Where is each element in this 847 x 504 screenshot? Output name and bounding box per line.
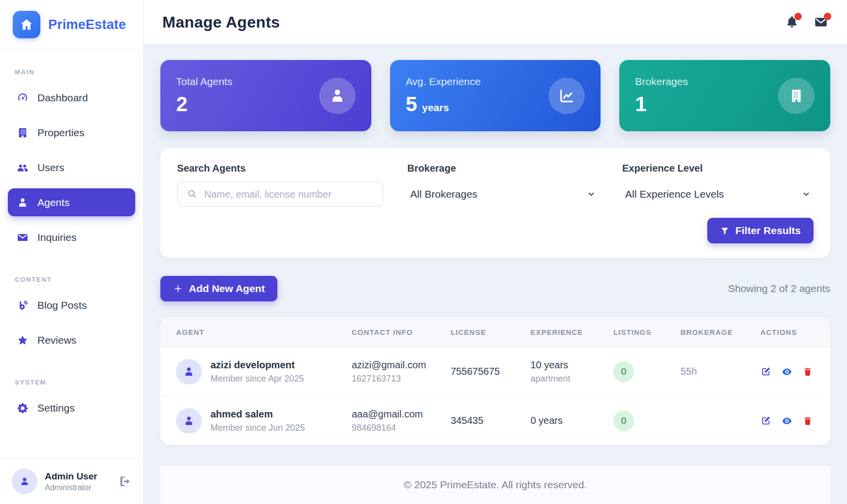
col-brokerage: BROKERAGE: [680, 328, 760, 336]
agent-email: azizi@gmail.com: [352, 359, 451, 371]
home-icon: [13, 11, 40, 38]
logout-icon[interactable]: [119, 475, 131, 488]
agent-avatar: [176, 408, 202, 434]
delete-trash-icon[interactable]: [803, 366, 813, 377]
nav-section-system: SYSTEM: [15, 379, 128, 386]
brokerage-label: Brokerage: [407, 163, 599, 174]
sidebar-item-label: Agents: [37, 197, 69, 208]
user-role: Administrator: [45, 483, 97, 492]
col-experience: EXPERIENCE: [530, 328, 613, 336]
main-area: Manage Agents Total Agents 2: [144, 0, 847, 504]
listings-badge: 0: [613, 411, 634, 431]
agent-experience: 0 years: [530, 415, 613, 426]
agent-icon: [17, 197, 29, 208]
add-new-agent-button[interactable]: Add New Agent: [160, 276, 277, 301]
table-row: ahmed salem Member since Jun 2025 aaa@gm…: [160, 396, 830, 445]
nav-section-main: MAIN: [15, 68, 128, 76]
sidebar-item-agents[interactable]: Agents: [8, 188, 135, 216]
sidebar-item-label: Blog Posts: [37, 299, 87, 311]
star-icon: [17, 334, 29, 346]
envelope-icon: [17, 232, 29, 243]
sidebar-item-blog-posts[interactable]: Blog Posts: [8, 291, 135, 319]
search-input-wrapper: [177, 181, 384, 207]
page-title: Manage Agents: [162, 13, 280, 31]
chevron-down-icon: [587, 190, 596, 199]
view-eye-icon[interactable]: [781, 415, 793, 426]
sidebar: PrimeEstate MAIN Dashboard Properties Us…: [0, 0, 144, 504]
agent-icon: [319, 78, 356, 114]
toolbar-row: Add New Agent Showing 2 of 2 agents: [160, 276, 830, 301]
agents-table: AGENT CONTACT INFO LICENSE EXPERIENCE LI…: [160, 317, 830, 445]
listings-badge: 0: [613, 361, 634, 382]
stat-card-total-agents: Total Agents 2: [160, 60, 371, 131]
sidebar-item-dashboard[interactable]: Dashboard: [8, 84, 135, 112]
col-contact-info: CONTACT INFO: [352, 328, 451, 336]
agent-name: azizi development: [211, 359, 304, 371]
experience-select[interactable]: All Experience Levels: [622, 181, 814, 207]
sidebar-item-reviews[interactable]: Reviews: [8, 326, 135, 354]
sidebar-nav: MAIN Dashboard Properties Users Agents: [0, 50, 143, 458]
delete-trash-icon[interactable]: [803, 415, 813, 426]
agent-member-since: Member since Apr 2025: [211, 374, 304, 384]
gear-icon: [17, 402, 29, 414]
experience-selected-value: All Experience Levels: [625, 188, 724, 200]
search-icon: [187, 189, 198, 200]
agent-member-since: Member since Jun 2025: [211, 423, 305, 433]
view-eye-icon[interactable]: [781, 366, 793, 377]
showing-count-text: Showing 2 of 2 agents: [728, 283, 830, 295]
stat-value: 1: [635, 92, 646, 116]
col-license: LICENSE: [451, 328, 530, 336]
chevron-down-icon: [802, 190, 811, 199]
users-icon: [17, 162, 29, 174]
brokerage-select[interactable]: All Brokerages: [407, 181, 599, 207]
table-header-row: AGENT CONTACT INFO LICENSE EXPERIENCE LI…: [160, 317, 830, 347]
agent-avatar: [176, 359, 202, 385]
building-icon: [17, 127, 29, 139]
sidebar-item-users[interactable]: Users: [8, 153, 135, 181]
stat-label: Total Agents: [176, 76, 232, 88]
experience-label: Experience Level: [622, 163, 814, 174]
sidebar-item-label: Settings: [37, 402, 75, 414]
agent-license: 345435: [451, 415, 530, 426]
content: Total Agents 2 Avg. Experience 5 years: [144, 44, 847, 504]
brand-name: PrimeEstate: [48, 17, 126, 32]
brand[interactable]: PrimeEstate: [0, 0, 143, 50]
agent-experience-sub: apartment: [530, 374, 613, 384]
sidebar-item-inquiries[interactable]: Inquiries: [8, 223, 135, 251]
blog-icon: [17, 299, 29, 311]
filter-results-button[interactable]: Filter Results: [707, 218, 814, 243]
sidebar-item-label: Inquiries: [37, 232, 76, 243]
chart-line-icon: [548, 78, 585, 114]
plus-icon: [173, 284, 183, 294]
sidebar-item-label: Users: [37, 162, 64, 174]
footer-copyright: © 2025 PrimeEstate. All rights reserved.: [160, 465, 830, 504]
message-badge: [824, 13, 831, 20]
user-box: Admin User Administrator: [0, 458, 143, 504]
search-input[interactable]: [204, 189, 374, 200]
notification-badge: [794, 13, 802, 20]
nav-section-content: CONTENT: [15, 276, 128, 283]
messages-envelope-icon[interactable]: [814, 15, 828, 29]
agent-experience: 10 years: [530, 359, 613, 371]
agent-brokerage: 55h: [680, 366, 760, 377]
topbar: Manage Agents: [144, 0, 847, 44]
edit-icon[interactable]: [760, 415, 771, 426]
sidebar-item-label: Dashboard: [37, 92, 88, 104]
bell-icon[interactable]: [785, 15, 799, 29]
edit-icon[interactable]: [760, 366, 771, 377]
agent-license: 755675675: [451, 366, 530, 377]
stat-label: Brokerages: [635, 76, 688, 88]
agent-email: aaa@gmail.com: [352, 409, 451, 420]
sidebar-item-properties[interactable]: Properties: [8, 119, 135, 147]
agent-phone: 984698164: [352, 423, 451, 433]
stat-card-brokerages: Brokerages 1: [619, 60, 830, 131]
user-name: Admin User: [45, 471, 97, 482]
filter-card: Search Agents Brokerage All Brokerages: [160, 148, 830, 258]
avatar: [12, 469, 37, 494]
stat-value: 2: [176, 92, 187, 116]
sidebar-item-settings[interactable]: Settings: [8, 394, 135, 422]
stat-label: Avg. Experience: [406, 76, 481, 88]
col-actions: ACTIONS: [760, 328, 815, 336]
stat-unit: years: [422, 102, 449, 114]
table-row: azizi development Member since Apr 2025 …: [160, 347, 830, 396]
